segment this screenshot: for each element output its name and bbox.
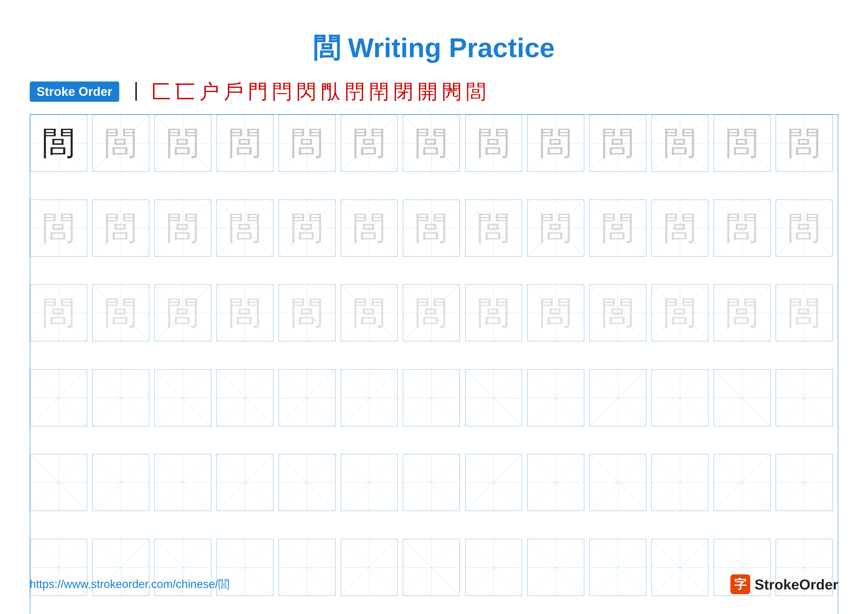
grid-cell-r4c5[interactable] <box>279 369 336 426</box>
char-guide: 閭 <box>415 297 447 329</box>
grid-cell-r3c12[interactable]: 閭 <box>714 284 770 341</box>
grid-cell-r4c3[interactable] <box>154 369 211 426</box>
grid-cell-r1c3[interactable]: 閭 <box>154 115 211 172</box>
stroke-11: 閈 <box>369 82 389 101</box>
grid-cell-r3c9[interactable]: 閭 <box>527 284 584 341</box>
stroke-10: 閅 <box>345 82 365 101</box>
grid-cell-r4c13[interactable] <box>776 369 832 426</box>
stroke-6: 門 <box>248 82 268 101</box>
grid-cell-r4c12[interactable] <box>714 369 770 426</box>
grid-cell-r2c3[interactable]: 閭 <box>154 200 211 256</box>
grid-cell-r4c2[interactable] <box>92 369 149 426</box>
page-title: 閭 Writing Practice <box>313 33 555 63</box>
char-guide: 閭 <box>602 297 634 329</box>
grid-cell-r2c13[interactable]: 閭 <box>776 200 832 256</box>
grid-cell-r2c1[interactable]: 閭 <box>30 200 87 256</box>
grid-cell-r1c8[interactable]: 閭 <box>465 115 522 172</box>
grid-cell-r2c4[interactable]: 閭 <box>217 200 273 256</box>
footer-url[interactable]: https://www.strokeorder.com/chinese/閭 <box>30 577 229 592</box>
grid-cell-r5c7[interactable] <box>403 454 460 511</box>
char-display: 閭 <box>43 127 75 159</box>
stroke-5: 戶 <box>224 82 243 101</box>
char-guide: 閭 <box>167 127 199 159</box>
stroke-8: 閃 <box>296 82 316 101</box>
char-guide: 閭 <box>105 297 137 329</box>
grid-cell-r4c6[interactable] <box>341 369 398 426</box>
char-guide: 閭 <box>229 212 261 244</box>
char-guide: 閭 <box>291 212 323 244</box>
grid-cell-r4c7[interactable] <box>403 369 460 426</box>
char-guide: 閭 <box>602 212 634 244</box>
grid-cell-r4c4[interactable] <box>217 369 273 426</box>
grid-cell-r2c2[interactable]: 閭 <box>92 200 149 256</box>
grid-cell-r3c5[interactable]: 閭 <box>279 284 336 341</box>
grid-cell-r3c3[interactable]: 閭 <box>154 284 211 341</box>
grid-cell-r4c8[interactable] <box>465 369 522 426</box>
grid-cell-r5c4[interactable] <box>217 454 273 511</box>
grid-cell-r5c13[interactable] <box>776 454 832 511</box>
title-section: 閭 Writing Practice <box>30 30 838 67</box>
grid-cell-r5c6[interactable] <box>341 454 398 511</box>
grid-cell-r3c11[interactable]: 閭 <box>651 284 708 341</box>
grid-cell-r3c7[interactable]: 閭 <box>403 284 460 341</box>
grid-cell-r1c2[interactable]: 閭 <box>92 115 149 172</box>
grid-cell-r1c4[interactable]: 閭 <box>217 115 273 172</box>
grid-cell-r1c5[interactable]: 閭 <box>279 115 336 172</box>
grid-cell-r5c10[interactable] <box>589 454 646 511</box>
grid-cell-r4c10[interactable] <box>589 369 646 426</box>
grid-cell-r1c1[interactable]: 閭 <box>30 115 87 172</box>
char-guide: 閭 <box>664 212 696 244</box>
grid-cell-r2c10[interactable]: 閭 <box>589 200 646 256</box>
grid-cell-r2c6[interactable]: 閭 <box>341 200 398 256</box>
grid-cell-r2c7[interactable]: 閭 <box>403 200 460 256</box>
grid-cell-r3c6[interactable]: 閭 <box>341 284 398 341</box>
grid-cell-r4c11[interactable] <box>651 369 708 426</box>
grid-cell-r5c5[interactable] <box>279 454 336 511</box>
grid-cell-r5c2[interactable] <box>92 454 149 511</box>
grid-cell-r3c13[interactable]: 閭 <box>776 284 832 341</box>
grid-cell-r2c9[interactable]: 閭 <box>527 200 584 256</box>
grid-cell-r4c9[interactable] <box>527 369 584 426</box>
grid-cell-r5c9[interactable] <box>527 454 584 511</box>
strokeorder-logo-icon: 字 <box>730 574 750 594</box>
char-guide: 閭 <box>167 212 199 244</box>
grid-cell-r1c6[interactable]: 閭 <box>341 115 398 172</box>
grid-cell-r5c3[interactable] <box>154 454 211 511</box>
grid-cell-r3c8[interactable]: 閭 <box>465 284 522 341</box>
char-guide: 閭 <box>167 297 199 329</box>
grid-cell-r1c9[interactable]: 閭 <box>527 115 584 172</box>
char-guide: 閭 <box>415 127 447 159</box>
char-guide: 閭 <box>726 212 758 244</box>
char-guide: 閭 <box>43 297 75 329</box>
grid-cell-r1c11[interactable]: 閭 <box>651 115 708 172</box>
practice-grid: 閭 閭 閭 閭 閭 閭 閭 <box>30 114 838 614</box>
grid-cell-r3c4[interactable]: 閭 <box>217 284 273 341</box>
char-guide: 閭 <box>353 297 385 329</box>
page: 閭 Writing Practice Stroke Order 丨 ⼕ ⼖ 户 … <box>0 0 868 614</box>
footer-logo-text: StrokeOrder <box>755 576 838 593</box>
grid-cell-r5c1[interactable] <box>30 454 87 511</box>
grid-cell-r1c13[interactable]: 閭 <box>776 115 832 172</box>
grid-cell-r3c1[interactable]: 閭 <box>30 284 87 341</box>
grid-cell-r2c5[interactable]: 閭 <box>279 200 336 256</box>
grid-cell-r5c11[interactable] <box>651 454 708 511</box>
grid-cell-r4c1[interactable] <box>30 369 87 426</box>
grid-cell-r2c12[interactable]: 閭 <box>714 200 770 256</box>
char-guide: 閭 <box>291 127 323 159</box>
grid-cell-r1c10[interactable]: 閭 <box>589 115 646 172</box>
char-guide: 閭 <box>477 212 510 244</box>
grid-cell-r1c12[interactable]: 閭 <box>714 115 770 172</box>
char-guide: 閭 <box>539 212 572 244</box>
footer-logo: 字 StrokeOrder <box>730 574 838 594</box>
grid-cell-r1c7[interactable]: 閭 <box>403 115 460 172</box>
grid-cell-r5c12[interactable] <box>714 454 770 511</box>
grid-cell-r3c10[interactable]: 閭 <box>589 284 646 341</box>
footer: https://www.strokeorder.com/chinese/閭 字 … <box>30 574 838 594</box>
stroke-1: 丨 <box>127 82 146 101</box>
grid-cell-r5c8[interactable] <box>465 454 522 511</box>
stroke-12: 閉 <box>394 82 413 101</box>
grid-cell-r2c11[interactable]: 閭 <box>651 200 708 256</box>
grid-cell-r2c8[interactable]: 閭 <box>465 200 522 256</box>
char-guide: 閭 <box>105 212 137 244</box>
grid-cell-r3c2[interactable]: 閭 <box>92 284 149 341</box>
